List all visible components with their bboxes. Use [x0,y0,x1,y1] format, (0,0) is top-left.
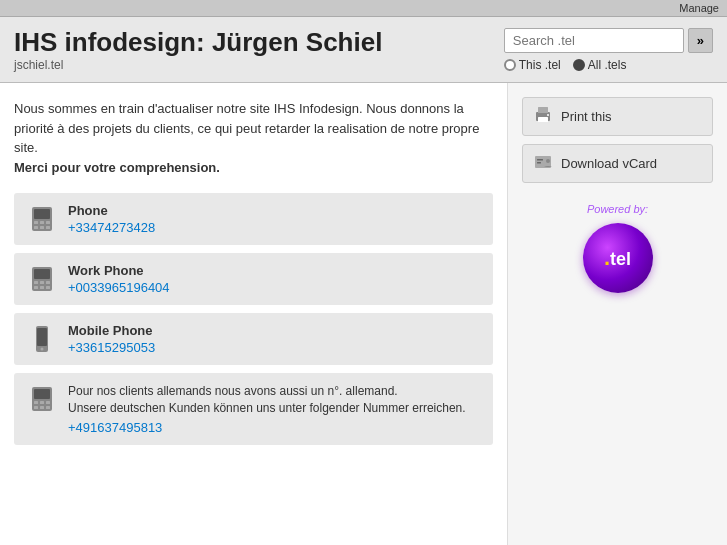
tel-logo: .tel [583,223,653,293]
svg-rect-24 [34,406,38,409]
svg-rect-20 [34,389,50,399]
right-panel: Print this Download vCard Powered by: .t… [507,83,727,545]
main-content: Nous sommes en train d'actualiser notre … [0,83,727,545]
powered-by-section: Powered by: .tel [522,203,713,293]
search-button[interactable]: » [688,28,713,53]
svg-rect-29 [538,117,548,122]
svg-rect-32 [537,159,543,161]
mobile-label: Mobile Phone [68,323,481,338]
print-label: Print this [561,109,612,124]
left-panel: Nous sommes en train d'actualiser notre … [0,83,507,545]
svg-rect-26 [46,406,50,409]
svg-rect-11 [40,281,44,284]
svg-rect-10 [34,281,38,284]
svg-rect-23 [46,401,50,404]
svg-rect-17 [37,328,47,346]
contact-info-german: Pour nos clients allemands nous avons au… [68,383,481,435]
site-title: IHS infodesign: Jürgen Schiel [14,27,484,58]
german-value[interactable]: +491637495813 [68,420,162,435]
svg-rect-22 [40,401,44,404]
vcard-button[interactable]: Download vCard [522,144,713,183]
svg-rect-1 [34,209,50,219]
workphone-value[interactable]: +0033965196404 [68,280,170,295]
description-text: Nous sommes en train d'actualiser notre … [14,99,493,177]
svg-rect-33 [537,162,541,164]
contact-info-workphone: Work Phone +0033965196404 [68,263,481,295]
header-right: » This .tel All .tels [504,28,713,72]
print-button[interactable]: Print this [522,97,713,136]
svg-rect-12 [46,281,50,284]
svg-rect-13 [34,286,38,289]
landline-phone-icon [28,205,56,233]
radio-this-label: This .tel [519,58,561,72]
workphone-label: Work Phone [68,263,481,278]
svg-point-30 [547,114,549,116]
vcard-label: Download vCard [561,156,657,171]
contact-info-phone: Phone +33474273428 [68,203,481,235]
contact-item-mobile: Mobile Phone +33615295053 [14,313,493,365]
svg-rect-5 [34,226,38,229]
header-left: IHS infodesign: Jürgen Schiel jschiel.te… [14,27,484,72]
landline-german-icon [28,385,56,413]
radio-all-tels[interactable]: All .tels [573,58,627,72]
contact-item-german: Pour nos clients allemands nous avons au… [14,373,493,445]
contact-item-workphone: Work Phone +0033965196404 [14,253,493,305]
german-phone-icon [26,383,58,415]
svg-rect-2 [34,221,38,224]
svg-rect-14 [40,286,44,289]
svg-point-18 [41,348,44,351]
vcard-icon [533,152,553,175]
german-desc: Pour nos clients allemands nous avons au… [68,383,481,417]
site-subtitle: jschiel.tel [14,58,484,72]
search-row: » [504,28,713,53]
svg-rect-4 [46,221,50,224]
svg-rect-6 [40,226,44,229]
header: IHS infodesign: Jürgen Schiel jschiel.te… [0,17,727,83]
contact-info-mobile: Mobile Phone +33615295053 [68,323,481,355]
landline-workphone-icon [28,265,56,293]
manage-bar: Manage [0,0,727,17]
tel-logo-text: .tel [604,245,631,271]
svg-rect-7 [46,226,50,229]
radio-all-label: All .tels [588,58,627,72]
powered-label: Powered by: [522,203,713,215]
svg-point-34 [546,159,550,163]
svg-rect-21 [34,401,38,404]
mobile-phone-icon [28,325,56,353]
radio-this-tel[interactable]: This .tel [504,58,561,72]
radio-all-dot [573,59,585,71]
phone-label: Phone [68,203,481,218]
workphone-icon [26,263,58,295]
manage-link[interactable]: Manage [679,2,719,14]
svg-rect-25 [40,406,44,409]
svg-rect-9 [34,269,50,279]
mobile-value[interactable]: +33615295053 [68,340,155,355]
mobile-icon [26,323,58,355]
svg-rect-15 [46,286,50,289]
radio-this-dot [504,59,516,71]
search-scope-row: This .tel All .tels [504,58,627,72]
phone-value[interactable]: +33474273428 [68,220,155,235]
svg-rect-3 [40,221,44,224]
svg-rect-28 [538,107,548,113]
search-input[interactable] [504,28,684,53]
print-icon [533,105,553,128]
phone-icon [26,203,58,235]
contact-item-phone: Phone +33474273428 [14,193,493,245]
